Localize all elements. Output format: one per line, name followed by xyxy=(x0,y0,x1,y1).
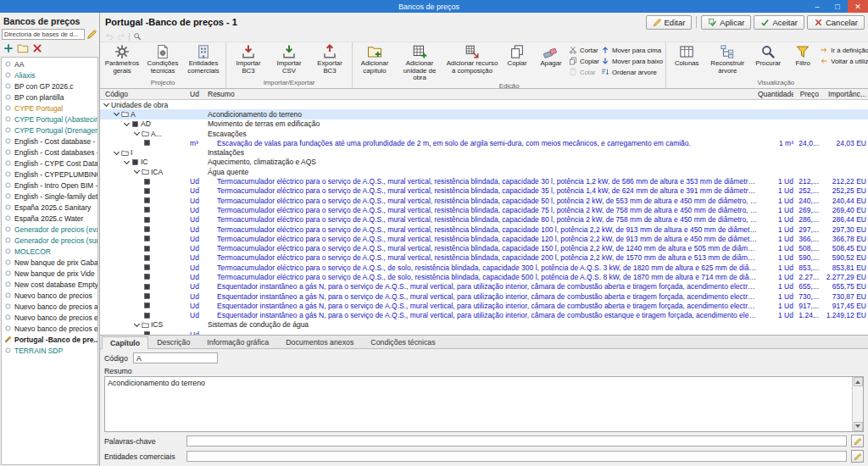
tab-cap-tulo[interactable]: Capítulo xyxy=(102,336,148,349)
list-item[interactable]: CYPE Portugal xyxy=(2,103,97,114)
codigo-input[interactable]: A xyxy=(133,352,218,363)
table-row[interactable]: m³Escavação de valas para fundações até … xyxy=(100,138,868,147)
table-row[interactable]: UdTermoacumulador eléctrico para o servi… xyxy=(100,205,868,214)
table-row[interactable]: UdEsquentador instantâneo a gás N, para … xyxy=(100,301,868,310)
table-row[interactable]: ICAquecimento, climatização e AQS xyxy=(100,158,868,167)
palavras-input[interactable] xyxy=(186,435,847,447)
ribbon-button[interactable]: Filtro xyxy=(787,43,818,68)
ribbon-button[interactable]: Reconstruir árvore xyxy=(706,43,748,75)
list-item[interactable]: CYPE Portugal (Drenagem) - 2 xyxy=(2,125,97,136)
table-row[interactable]: ICAÁgua quente xyxy=(100,167,868,176)
table-row[interactable]: UdTermoacumulador eléctrico para o servi… xyxy=(100,225,868,234)
pencil-icon[interactable] xyxy=(86,29,97,40)
column-header[interactable]: Código xyxy=(100,90,189,98)
ribbon-button[interactable]: Apagar xyxy=(535,43,567,68)
list-item[interactable]: España 2025.c Sanitary xyxy=(2,202,97,213)
cancelar-button[interactable]: Cancelar xyxy=(807,15,865,30)
list-item[interactable]: Generador de precios (evacu... xyxy=(2,224,97,235)
table-row[interactable]: UdTermoacumulador eléctrico para o servi… xyxy=(100,196,868,205)
table-row[interactable]: UdEsquentador instantâneo a gás N, para … xyxy=(100,282,868,291)
tab-informa-o-gr-fica[interactable]: Informação gráfica xyxy=(198,336,277,348)
chevron-down-icon[interactable] xyxy=(113,110,120,118)
list-item[interactable]: Portugal -Banco de pre... xyxy=(2,334,97,345)
chevron-down-icon[interactable] xyxy=(133,130,141,137)
close-button[interactable]: ✕ xyxy=(848,0,868,13)
column-header[interactable]: Ud xyxy=(189,90,208,98)
ribbon-small-button[interactable]: Copiar xyxy=(569,56,599,66)
ribbon-button[interactable]: Procurar xyxy=(750,43,786,68)
ribbon-button[interactable]: Importar BC3 xyxy=(229,43,268,75)
table-row[interactable]: UdTermoacumulador eléctrico para o servi… xyxy=(100,234,868,243)
chevron-down-icon[interactable] xyxy=(133,321,141,329)
list-item[interactable]: New banque de prix Vide xyxy=(2,268,97,279)
list-item[interactable]: Nuevo banco de precios em... xyxy=(2,312,97,323)
directory-select[interactable]: Directoria de bases de d... xyxy=(2,29,85,40)
list-item[interactable]: MOLECOR xyxy=(2,246,97,257)
palavras-edit-button[interactable] xyxy=(851,435,864,447)
scroll-down-icon[interactable] xyxy=(854,422,863,431)
ribbon-button[interactable]: Importar CSV xyxy=(270,43,309,75)
chevron-down-icon[interactable] xyxy=(133,168,141,175)
chevron-down-icon[interactable] xyxy=(123,158,131,166)
aceitar-button[interactable]: Aceitar xyxy=(754,15,804,30)
table-row[interactable]: UdTermoacumulador eléctrico para o servi… xyxy=(100,176,868,186)
table-row[interactable]: Unidades de obra xyxy=(100,100,868,109)
table-row[interactable]: UdEsquentador instantâneo a gás N, para … xyxy=(100,291,868,301)
list-item[interactable]: BP con plantilla xyxy=(2,92,97,103)
list-item[interactable]: Nuevo banco de precios em... xyxy=(2,323,97,334)
resumo-textarea[interactable]: Acondicionamento do terreno xyxy=(104,376,864,432)
ribbon-small-button[interactable]: Colar xyxy=(569,67,599,77)
resumo-scrollbar[interactable] xyxy=(852,377,863,431)
list-item[interactable]: Nuevo banco de precios a p... xyxy=(2,301,97,312)
add-database-button[interactable] xyxy=(3,42,14,54)
list-item[interactable]: Nuevo banco de precios xyxy=(2,290,97,301)
column-header[interactable]: Resumo xyxy=(208,90,758,98)
table-row[interactable]: A...Escavações xyxy=(100,129,868,138)
column-header[interactable]: Importânc... xyxy=(819,90,868,98)
ribbon-small-button[interactable]: Cortar xyxy=(569,45,599,55)
aplicar-button[interactable]: Aplicar xyxy=(701,15,751,30)
ribbon-button[interactable]: Entidades comerciais xyxy=(184,43,223,75)
ribbon-button[interactable]: Exportar BC3 xyxy=(310,43,349,75)
table-row[interactable]: UdEsquentador instantâneo a gás N, para … xyxy=(100,311,868,320)
table-row[interactable]: ICSSistemas de condução de água xyxy=(100,320,868,330)
list-item[interactable]: TERRAIN SDP xyxy=(2,345,97,356)
list-item[interactable]: English - CYPEPLUMBING - 1 xyxy=(2,169,97,180)
tab-descri-o[interactable]: Descrição xyxy=(148,336,198,348)
chevron-down-icon[interactable] xyxy=(103,101,110,108)
ribbon-button[interactable]: Colunas xyxy=(669,43,704,68)
ribbon-small-button[interactable]: Voltar à utilização xyxy=(820,56,868,66)
ribbon-small-button[interactable]: Mover para baixo xyxy=(601,56,663,66)
table-row[interactable]: UdTermoacumulador eléctrico para o servi… xyxy=(100,186,868,196)
list-item[interactable]: English - Cost database - 2 xyxy=(2,136,97,147)
chevron-down-icon[interactable] xyxy=(113,149,120,157)
table-row[interactable]: IInstalações xyxy=(100,147,868,157)
list-item[interactable]: English - Single-family detac... xyxy=(2,191,97,202)
ribbon-button[interactable]: Adicionar unidade de obra xyxy=(396,43,443,82)
list-item[interactable]: New banque de prix Gabarit xyxy=(2,257,97,268)
table-row[interactable]: ADMovimento de terras em edificação xyxy=(100,119,868,129)
chevron-down-icon[interactable] xyxy=(123,120,131,128)
list-item[interactable]: English - CYPE Cost Databas... xyxy=(2,158,97,169)
column-header[interactable]: Quantidade xyxy=(758,90,793,98)
tab-condi-es-t-cnicas[interactable]: Condições técnicas xyxy=(362,336,443,348)
entidades-input[interactable] xyxy=(186,451,847,462)
redo-button[interactable] xyxy=(117,32,125,41)
undo-button[interactable] xyxy=(105,32,114,41)
column-header[interactable]: Preço xyxy=(793,90,819,98)
delete-database-button[interactable] xyxy=(31,42,43,54)
list-item[interactable]: English - Intro Open BIM - 1 xyxy=(2,180,97,191)
zoom-button[interactable] xyxy=(133,32,142,41)
tab-documentos-anexos[interactable]: Documentos anexos xyxy=(277,336,362,348)
minimize-button[interactable]: – xyxy=(807,0,827,13)
list-item[interactable]: Aliaxis xyxy=(2,69,97,80)
ribbon-small-button[interactable]: Ir à definição xyxy=(820,45,868,55)
table-row[interactable]: UdTermoacumulador eléctrico para o servi… xyxy=(100,272,868,281)
list-item[interactable]: English - Cost databases - 1 xyxy=(2,147,97,158)
ribbon-button[interactable]: Condições técnicas xyxy=(143,43,182,75)
editar-button[interactable]: Editar xyxy=(646,15,693,30)
table-row[interactable]: UdTermoacumulador eléctrico para o servi… xyxy=(100,253,868,263)
scroll-up-icon[interactable] xyxy=(854,377,863,386)
list-item[interactable]: Generador de precios (sumin... xyxy=(2,235,97,246)
ribbon-small-button[interactable]: Ordenar árvore xyxy=(601,67,663,77)
